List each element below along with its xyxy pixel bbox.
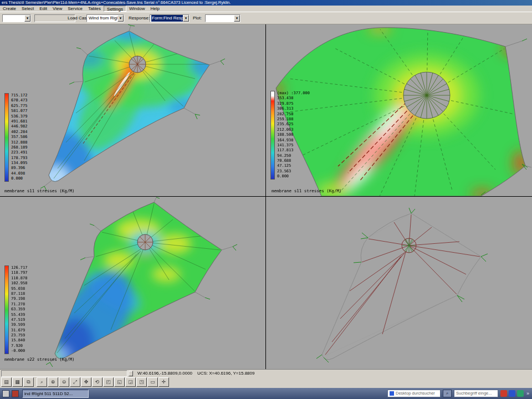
zoom-extents-icon[interactable]: ⤢ bbox=[70, 377, 80, 387]
legend-value: 0.000 bbox=[11, 176, 28, 181]
legend-value: 95.038 bbox=[11, 287, 28, 291]
view-top-icon[interactable]: ◲ bbox=[125, 377, 136, 387]
menu-create[interactable]: Create bbox=[0, 6, 19, 12]
legend-value: 141.375 bbox=[277, 143, 310, 148]
legend-value: 39.599 bbox=[11, 323, 28, 328]
app-window: ers Thesis\II Semester\Pier\Pier11d-Mem+… bbox=[0, 0, 532, 399]
chevron-down-icon[interactable] bbox=[234, 15, 240, 22]
legend-value: 94.250 bbox=[277, 154, 310, 158]
membrane-surface bbox=[0, 197, 265, 369]
legend-value: 55.439 bbox=[11, 313, 28, 318]
menu-bar: Create Select Edit View Service Tables S… bbox=[0, 6, 532, 12]
legend-value: 268.189 bbox=[11, 145, 28, 150]
menu-settings[interactable]: Settings bbox=[104, 6, 126, 12]
plot-caption: membrane s11 stresses (Kg/M) bbox=[272, 188, 341, 193]
load-case-value: Wind from Right bbox=[88, 15, 121, 22]
search-term-input[interactable]: Suchbegriff einge... bbox=[454, 390, 498, 397]
membrane-plot-s11-overview[interactable] bbox=[0, 24, 265, 196]
menu-service[interactable]: Service bbox=[65, 6, 85, 12]
quick-launch-icon[interactable] bbox=[2, 390, 9, 397]
rotate-view-icon[interactable]: ⟲ bbox=[92, 377, 103, 387]
legend-value: 235.625 bbox=[277, 122, 310, 127]
legend-value: 23.759 bbox=[11, 333, 28, 338]
search-placeholder: Suchbegriff einge... bbox=[456, 390, 492, 397]
membrane-plot-s22-overview[interactable] bbox=[0, 197, 265, 369]
legend-value: 329.875 bbox=[277, 101, 310, 106]
menu-edit[interactable]: Edit bbox=[37, 6, 50, 12]
legend-value: 79.198 bbox=[11, 296, 28, 301]
legend-value: 402.284 bbox=[11, 130, 28, 135]
chevron-down-icon[interactable] bbox=[117, 15, 124, 22]
legend-value: 70.688 bbox=[277, 158, 310, 163]
legend-value: 259.188 bbox=[277, 117, 310, 122]
legend-value: 7.920 bbox=[11, 344, 28, 349]
search-icon[interactable]: ⌕ bbox=[443, 390, 452, 397]
legend-value: 87.118 bbox=[11, 291, 28, 296]
tray-icon-green[interactable] bbox=[517, 390, 524, 397]
legend-value: 89.396 bbox=[11, 166, 28, 171]
pan-icon[interactable]: ✥ bbox=[81, 377, 91, 387]
legend-value: 102.958 bbox=[11, 281, 28, 286]
load-case-combo[interactable]: Wind from Right bbox=[86, 14, 124, 22]
coordinate-readout: W:40.6196,-15.8809,0.0000 UCS: X=40.6196… bbox=[137, 370, 254, 377]
color-scale bbox=[4, 265, 9, 354]
zoom-icon[interactable]: ⌕ bbox=[37, 377, 47, 387]
zoom-out-icon[interactable]: ⊖ bbox=[59, 377, 69, 387]
response-combo[interactable]: Form:Find Respon bbox=[150, 14, 190, 22]
tray-icon-red[interactable] bbox=[500, 390, 507, 397]
table-icon[interactable]: ▤ bbox=[1, 377, 12, 387]
color-scale bbox=[270, 91, 275, 180]
membrane-surface bbox=[0, 24, 265, 196]
legend-value: 625.775 bbox=[11, 104, 28, 109]
legend-value: 188.500 bbox=[277, 132, 310, 137]
viewport-bottom-right bbox=[266, 197, 532, 369]
chevron-down-icon[interactable] bbox=[24, 15, 30, 22]
stress-legend: 126.717118.797110.878102.95895.03887.118… bbox=[4, 265, 28, 354]
viewport-bottom-left: 126.717118.797110.878102.95895.03887.118… bbox=[0, 197, 265, 369]
legend-value: 126.717 bbox=[11, 265, 28, 270]
menu-tables[interactable]: Tables bbox=[85, 6, 104, 12]
grid-icon[interactable]: ▦ bbox=[12, 377, 23, 387]
world-coords: W:40.6196,-15.8809,0.0000 bbox=[137, 371, 192, 376]
quick-combo[interactable] bbox=[2, 14, 31, 22]
zoom-in-icon[interactable]: ⊕ bbox=[48, 377, 58, 387]
menu-view[interactable]: View bbox=[50, 6, 65, 12]
radial-cables bbox=[325, 214, 480, 355]
command-input[interactable] bbox=[1, 370, 127, 377]
fit-view-icon[interactable]: ▭ bbox=[147, 377, 158, 387]
legend-value: 15.840 bbox=[11, 338, 28, 343]
legend-value: 117.813 bbox=[277, 148, 310, 153]
legend-max-value: (max) :377.000 bbox=[277, 91, 310, 96]
wireframe-plot[interactable] bbox=[266, 197, 532, 369]
legend-value: 178.793 bbox=[11, 156, 28, 161]
legend-value: 353.438 bbox=[277, 96, 310, 101]
legend-value: 357.586 bbox=[11, 135, 28, 140]
menu-help[interactable]: Help bbox=[147, 6, 162, 12]
view-side-icon[interactable]: ◱ bbox=[114, 377, 125, 387]
tray-expand-chevron[interactable]: » bbox=[526, 391, 529, 396]
plot-combo[interactable] bbox=[205, 14, 241, 22]
chevron-down-icon[interactable] bbox=[183, 15, 189, 22]
menu-window[interactable]: Window bbox=[126, 6, 147, 12]
legend-value: 581.077 bbox=[11, 109, 28, 114]
legend-value: 110.878 bbox=[11, 276, 28, 281]
legend-value: 47.519 bbox=[11, 318, 28, 323]
desktop-search-input[interactable]: Desktop durchsucher bbox=[387, 390, 441, 397]
legend-value: 23.563 bbox=[277, 169, 310, 174]
plot-label: Plot: bbox=[193, 14, 202, 22]
legend-value: 312.888 bbox=[11, 140, 28, 145]
tray-icon-blue[interactable] bbox=[509, 390, 515, 397]
view-iso-icon[interactable]: ◳ bbox=[136, 377, 147, 387]
windows-layout-icon[interactable]: ⧉ bbox=[23, 377, 34, 387]
task-button[interactable]: ind fRight 511 511D 52... bbox=[22, 390, 89, 398]
crosshair-icon[interactable]: ✛ bbox=[158, 377, 169, 387]
menu-select[interactable]: Select bbox=[19, 6, 37, 12]
legend-value: 715.172 bbox=[11, 93, 28, 98]
view-front-icon[interactable]: ◰ bbox=[103, 377, 114, 387]
field-resize-handle[interactable] bbox=[129, 371, 133, 376]
anchor-marks bbox=[316, 208, 488, 362]
legend-value: 63.359 bbox=[11, 307, 28, 312]
legend-value: -0.000 bbox=[11, 349, 28, 354]
quick-launch-icon[interactable] bbox=[12, 390, 19, 397]
legend-value: 536.379 bbox=[11, 114, 28, 119]
